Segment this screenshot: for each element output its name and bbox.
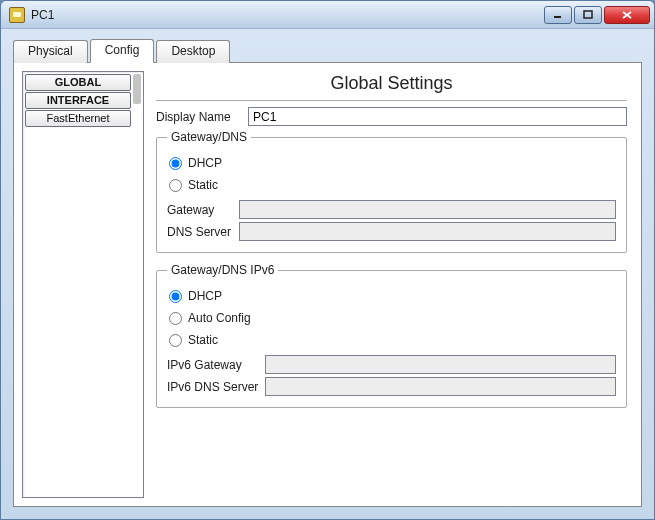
ipv6-dhcp-row: DHCP <box>169 289 616 303</box>
maximize-button[interactable] <box>574 6 602 24</box>
sidebar-fastethernet[interactable]: FastEthernet <box>25 110 131 127</box>
ipv6-gateway-input <box>265 355 616 374</box>
ipv6-static-label: Static <box>188 333 218 347</box>
ipv6-auto-label: Auto Config <box>188 311 251 325</box>
gateway-dhcp-label: DHCP <box>188 156 222 170</box>
ipv6-dns-label: IPv6 DNS Server <box>167 380 265 394</box>
display-name-input[interactable] <box>248 107 627 126</box>
close-button[interactable] <box>604 6 650 24</box>
window-controls <box>544 6 650 24</box>
ipv6-auto-row: Auto Config <box>169 311 616 325</box>
gateway-dns-ipv6-group: Gateway/DNS IPv6 DHCP Auto Config Static <box>156 263 627 408</box>
minimize-icon <box>553 10 563 20</box>
dns-label: DNS Server <box>167 225 239 239</box>
app-icon <box>9 7 25 23</box>
ipv6-dhcp-radio[interactable] <box>169 290 182 303</box>
tab-physical[interactable]: Physical <box>13 40 88 63</box>
ipv6-static-row: Static <box>169 333 616 347</box>
config-panel: GLOBAL INTERFACE FastEthernet Global Set… <box>13 63 642 507</box>
sidebar-global[interactable]: GLOBAL <box>25 74 131 91</box>
gateway-dhcp-radio[interactable] <box>169 157 182 170</box>
tab-bar: Physical Config Desktop <box>13 39 642 63</box>
maximize-icon <box>583 10 593 20</box>
ipv6-gateway-label: IPv6 Gateway <box>167 358 265 372</box>
config-sidebar[interactable]: GLOBAL INTERFACE FastEthernet <box>22 71 144 498</box>
gateway-dns-ipv6-legend: Gateway/DNS IPv6 <box>167 263 278 277</box>
ipv6-dns-input <box>265 377 616 396</box>
gateway-static-radio[interactable] <box>169 179 182 192</box>
page-title: Global Settings <box>156 73 627 94</box>
title-divider <box>156 100 627 101</box>
gateway-static-row: Static <box>169 178 616 192</box>
close-icon <box>621 10 633 20</box>
titlebar[interactable]: PC1 <box>1 1 654 29</box>
ipv6-dhcp-label: DHCP <box>188 289 222 303</box>
ipv6-dns-row: IPv6 DNS Server <box>167 377 616 396</box>
gateway-dns-group: Gateway/DNS DHCP Static Gateway DNS <box>156 130 627 253</box>
dns-field-row: DNS Server <box>167 222 616 241</box>
sidebar-interface[interactable]: INTERFACE <box>25 92 131 109</box>
gateway-field-row: Gateway <box>167 200 616 219</box>
tab-config[interactable]: Config <box>90 39 155 63</box>
svg-rect-1 <box>584 11 592 18</box>
settings-pane: Global Settings Display Name Gateway/DNS… <box>150 71 633 498</box>
gateway-static-label: Static <box>188 178 218 192</box>
window-body: Physical Config Desktop GLOBAL INTERFACE… <box>1 29 654 519</box>
display-name-label: Display Name <box>156 110 242 124</box>
gateway-label: Gateway <box>167 203 239 217</box>
tab-desktop[interactable]: Desktop <box>156 40 230 63</box>
ipv6-auto-radio[interactable] <box>169 312 182 325</box>
minimize-button[interactable] <box>544 6 572 24</box>
dns-input <box>239 222 616 241</box>
display-name-row: Display Name <box>156 107 627 126</box>
window-title: PC1 <box>29 8 544 22</box>
gateway-dns-legend: Gateway/DNS <box>167 130 251 144</box>
ipv6-gateway-row: IPv6 Gateway <box>167 355 616 374</box>
app-window: PC1 Physical Config Desktop GLOBAL INTER… <box>0 0 655 520</box>
ipv6-static-radio[interactable] <box>169 334 182 347</box>
gateway-dhcp-row: DHCP <box>169 156 616 170</box>
gateway-input <box>239 200 616 219</box>
